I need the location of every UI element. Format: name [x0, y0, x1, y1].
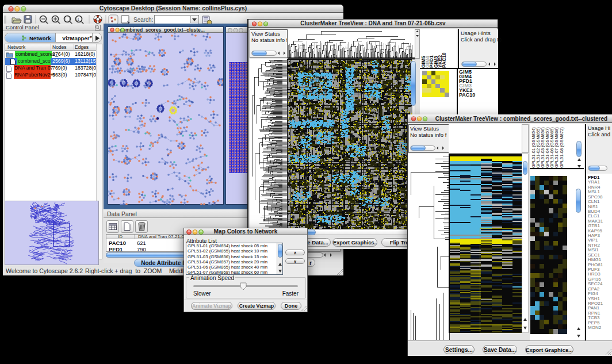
svg-text:1:1: 1:1: [75, 18, 79, 21]
